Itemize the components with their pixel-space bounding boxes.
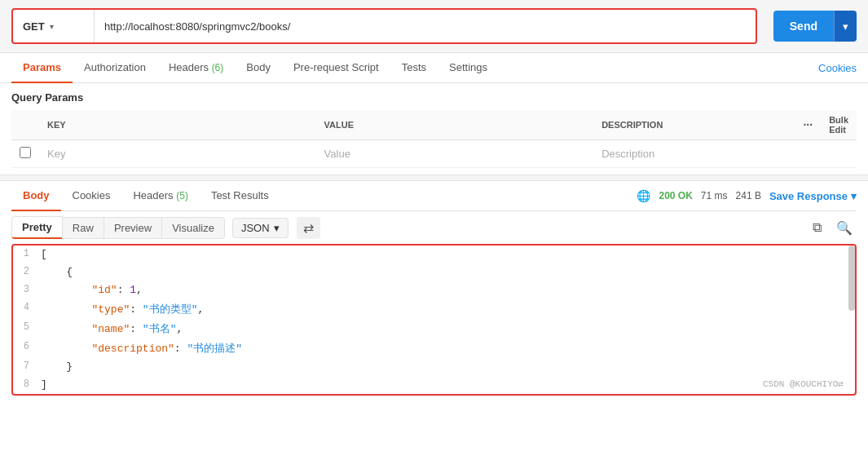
save-response-chevron: ▾ bbox=[851, 190, 857, 202]
query-params-section: Query Params KEY VALUE DESCRIPTION ··· B… bbox=[0, 83, 868, 168]
tab-response-headers[interactable]: Headers (5) bbox=[121, 181, 199, 211]
params-table: KEY VALUE DESCRIPTION ··· Bulk Edit Key … bbox=[11, 110, 857, 168]
tab-headers[interactable]: Headers (6) bbox=[157, 53, 235, 83]
response-size: 241 B bbox=[736, 190, 761, 201]
format-tab-preview[interactable]: Preview bbox=[104, 217, 162, 239]
th-checkbox bbox=[11, 110, 39, 140]
response-tabs-list: Body Cookies Headers (5) Test Results bbox=[11, 181, 280, 210]
search-icon[interactable]: 🔍 bbox=[832, 218, 857, 238]
code-line-4: 4 "type": "书的类型", bbox=[13, 299, 855, 319]
format-tabs-right: ⧉ 🔍 bbox=[809, 218, 857, 238]
params-row-empty: Key Value Description bbox=[11, 140, 857, 168]
line-num-8: 8 bbox=[13, 377, 37, 390]
line-num-3: 3 bbox=[13, 282, 37, 295]
th-key: KEY bbox=[39, 110, 316, 140]
line-content-6: "description": "书的描述" bbox=[37, 339, 855, 357]
send-button[interactable]: Send bbox=[773, 11, 834, 42]
send-dropdown-button[interactable]: ▾ bbox=[834, 11, 857, 42]
method-select[interactable]: GET ▾ bbox=[13, 10, 95, 42]
code-line-8: 8 ] bbox=[13, 376, 855, 394]
url-bar-section: GET ▾ Send ▾ bbox=[0, 0, 868, 53]
line-num-1: 1 bbox=[13, 246, 37, 259]
th-bulk-edit[interactable]: Bulk Edit bbox=[821, 110, 857, 140]
response-time: 71 ms bbox=[701, 190, 728, 201]
empty-cell bbox=[795, 140, 821, 168]
tab-response-cookies[interactable]: Cookies bbox=[61, 181, 122, 211]
code-area: 1 [ 2 { 3 "id": 1, 4 "type": "书的类型", 5 "… bbox=[11, 244, 857, 396]
json-format-select[interactable]: JSON ▾ bbox=[232, 218, 289, 238]
th-more: ··· bbox=[795, 110, 821, 140]
cookies-link[interactable]: Cookies bbox=[818, 62, 857, 74]
send-btn-group: Send ▾ bbox=[773, 11, 857, 42]
status-ok: 200 OK bbox=[659, 190, 692, 201]
tab-response-body[interactable]: Body bbox=[11, 181, 61, 211]
save-response-button[interactable]: Save Response ▾ bbox=[769, 190, 857, 202]
line-content-4: "type": "书的类型", bbox=[37, 300, 855, 318]
filter-icon[interactable]: ⇄ bbox=[297, 217, 320, 239]
line-num-2: 2 bbox=[13, 264, 37, 277]
watermark: CSDN @KOUCHIYO⇄ bbox=[763, 378, 844, 389]
line-content-1: [ bbox=[37, 246, 855, 262]
format-tabs-row: Pretty Raw Preview Visualize JSON ▾ ⇄ ⧉ … bbox=[11, 211, 857, 244]
url-input[interactable] bbox=[95, 10, 756, 42]
row-checkbox[interactable] bbox=[20, 147, 31, 158]
code-line-1: 1 [ bbox=[13, 246, 855, 263]
th-description: DESCRIPTION bbox=[593, 110, 795, 140]
line-content-8: ] bbox=[37, 377, 855, 392]
tab-authorization[interactable]: Authorization bbox=[73, 53, 157, 83]
tab-params[interactable]: Params bbox=[11, 53, 73, 83]
tab-test-results[interactable]: Test Results bbox=[200, 181, 280, 211]
globe-icon: 🌐 bbox=[637, 189, 650, 202]
line-num-4: 4 bbox=[13, 300, 37, 313]
line-content-3: "id": 1, bbox=[37, 282, 855, 298]
line-content-2: { bbox=[37, 264, 855, 280]
request-tabs-section: Params Authorization Headers (6) Body Pr… bbox=[0, 53, 868, 83]
format-tab-pretty[interactable]: Pretty bbox=[11, 216, 63, 239]
method-label: GET bbox=[23, 20, 45, 33]
line-num-5: 5 bbox=[13, 320, 37, 333]
code-lines: 1 [ 2 { 3 "id": 1, 4 "type": "书的类型", 5 "… bbox=[13, 246, 855, 394]
line-content-5: "name": "书名", bbox=[37, 320, 855, 338]
json-format-chevron: ▾ bbox=[274, 222, 280, 234]
url-bar: GET ▾ bbox=[11, 8, 757, 44]
copy-icon[interactable]: ⧉ bbox=[809, 218, 826, 238]
code-line-3: 3 "id": 1, bbox=[13, 281, 855, 299]
code-line-5: 5 "name": "书名", bbox=[13, 319, 855, 338]
format-tab-visualize[interactable]: Visualize bbox=[161, 217, 225, 239]
response-section: Body Cookies Headers (5) Test Results 🌐 … bbox=[0, 181, 868, 396]
response-tabs-row: Body Cookies Headers (5) Test Results 🌐 … bbox=[11, 181, 857, 211]
tab-body[interactable]: Body bbox=[235, 53, 282, 83]
tab-pre-request-script[interactable]: Pre-request Script bbox=[282, 53, 390, 83]
line-num-6: 6 bbox=[13, 339, 37, 352]
description-cell[interactable]: Description bbox=[593, 140, 795, 168]
value-cell[interactable]: Value bbox=[316, 140, 594, 168]
chevron-down-icon: ▾ bbox=[50, 22, 54, 31]
empty-cell2 bbox=[821, 140, 857, 168]
code-line-6: 6 "description": "书的描述" bbox=[13, 338, 855, 358]
more-icon: ··· bbox=[803, 118, 813, 131]
tab-tests[interactable]: Tests bbox=[390, 53, 438, 83]
json-format-label: JSON bbox=[241, 222, 270, 234]
format-tab-raw[interactable]: Raw bbox=[62, 217, 104, 239]
line-content-7: } bbox=[37, 359, 855, 374]
th-value: VALUE bbox=[316, 110, 594, 140]
response-headers-badge: (5) bbox=[176, 190, 188, 201]
tab-settings[interactable]: Settings bbox=[438, 53, 499, 83]
key-cell[interactable]: Key bbox=[39, 140, 316, 168]
response-meta: 🌐 200 OK 71 ms 241 B Save Response ▾ bbox=[637, 189, 857, 202]
line-num-7: 7 bbox=[13, 359, 37, 372]
section-divider bbox=[0, 175, 868, 181]
scrollbar-thumb[interactable] bbox=[848, 246, 855, 311]
headers-badge: (6) bbox=[212, 62, 224, 73]
request-tabs-list: Params Authorization Headers (6) Body Pr… bbox=[11, 53, 499, 82]
code-line-2: 2 { bbox=[13, 263, 855, 281]
code-line-7: 7 } bbox=[13, 358, 855, 376]
row-checkbox-cell bbox=[11, 140, 39, 168]
query-params-title: Query Params bbox=[11, 91, 857, 104]
